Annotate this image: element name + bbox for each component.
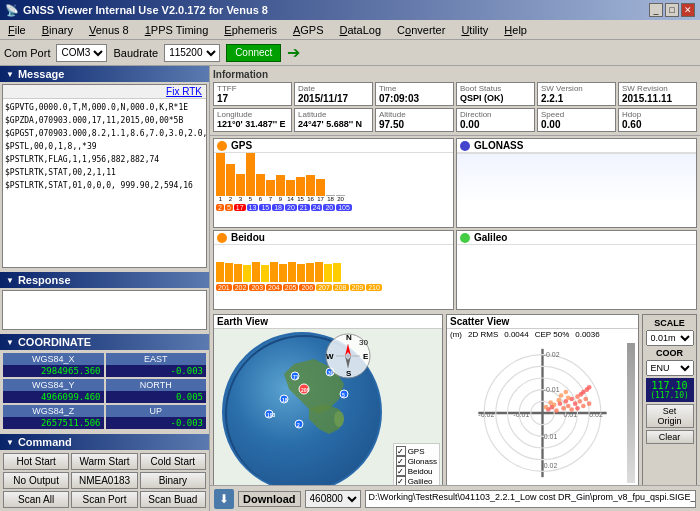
connect-button[interactable]: Connect bbox=[226, 44, 281, 62]
menu-binary[interactable]: Binary bbox=[38, 23, 77, 37]
info-grid-row2: Longitude 121°0' 31.487'' E Latitude 24°… bbox=[213, 108, 697, 132]
scatter-info: (m) 2D RMS 0.0044 CEP 50% 0.0036 bbox=[447, 329, 638, 340]
download-speed-select[interactable]: 460800 115200 bbox=[305, 490, 361, 508]
no-output-button[interactable]: No Output bbox=[3, 472, 69, 489]
svg-text:-0.02: -0.02 bbox=[544, 351, 560, 358]
legend-beidou: ✓ Beidou bbox=[396, 466, 437, 476]
coordinate-arrow-icon: ▼ bbox=[6, 338, 14, 347]
gps-bar-fill-3 bbox=[236, 174, 245, 196]
svg-point-61 bbox=[544, 405, 549, 410]
response-section: ▼ Response bbox=[0, 272, 209, 332]
menu-1pps[interactable]: 1PPS Timing bbox=[141, 23, 213, 37]
svg-text:0.01: 0.01 bbox=[544, 433, 558, 440]
gps-sat-21: 21 bbox=[298, 204, 310, 211]
scale-select[interactable]: 0.01m 0.1m 1m bbox=[646, 330, 694, 346]
left-panel: ▼ Message Fix RTK $GPVTG,0000.0,T,M,000.… bbox=[0, 66, 210, 511]
gps-bar-13: 20 bbox=[336, 195, 345, 202]
beidou-chart: Beidou bbox=[213, 230, 454, 310]
menu-converter[interactable]: Converter bbox=[393, 23, 449, 37]
msg-line-4: $PSTL,00,0,1,8,,*39 bbox=[5, 140, 204, 153]
menu-agps[interactable]: AGPS bbox=[289, 23, 328, 37]
gps-chart: GPS 1 2 3 5 6 7 9 14 15 16 17 18 20 bbox=[213, 138, 454, 228]
menu-ephemeris[interactable]: Ephemeris bbox=[220, 23, 281, 37]
beidou-bar-6 bbox=[261, 265, 269, 282]
beidou-bar-11 bbox=[306, 263, 314, 282]
app-title: GNSS Viewer Internal Use V2.0.172 for Ve… bbox=[23, 4, 268, 16]
scan-baud-button[interactable]: Scan Buad bbox=[140, 491, 206, 508]
beidou-sat-204: 204 bbox=[266, 284, 282, 291]
beidou-bar-9 bbox=[288, 262, 296, 282]
gps-bar-fill-2 bbox=[226, 164, 235, 196]
gps-sat-numbers: 2 5 17 13 15 18 20 21 24 20 105 bbox=[214, 203, 453, 212]
beidou-bar-fill-12 bbox=[315, 262, 323, 282]
beidou-sat-207: 207 bbox=[316, 284, 332, 291]
close-button[interactable]: ✕ bbox=[681, 3, 695, 17]
latitude-cell: Latitude 24°47' 5.688'' N bbox=[294, 108, 373, 132]
gps-bars: 1 2 3 5 6 7 9 14 15 16 17 18 20 bbox=[214, 153, 453, 203]
menu-help[interactable]: Help bbox=[500, 23, 531, 37]
menu-file[interactable]: File bbox=[4, 23, 30, 37]
hdop-label: Hdop bbox=[622, 110, 693, 119]
gps-bar-4: 5 bbox=[246, 153, 255, 202]
svg-point-43 bbox=[554, 408, 559, 413]
scan-all-button[interactable]: Scan All bbox=[3, 491, 69, 508]
baudrate-select[interactable]: 115200 9600 38400 bbox=[164, 44, 220, 62]
minimize-button[interactable]: _ bbox=[649, 3, 663, 17]
wgs84-z-item: WGS84_Z 2657511.506 bbox=[3, 405, 104, 429]
beidou-galileo-area: Beidou bbox=[210, 230, 700, 312]
svg-text:W: W bbox=[326, 352, 334, 361]
up-value: -0.003 bbox=[106, 417, 207, 429]
galileo-chart-header: Galileo bbox=[457, 231, 696, 245]
com-port-select[interactable]: COM3 COM1 COM2 bbox=[56, 44, 107, 62]
time-value: 07:09:03 bbox=[379, 93, 450, 104]
speed-value: 0.00 bbox=[541, 119, 612, 130]
set-origin-button[interactable]: Set Origin bbox=[646, 404, 694, 428]
cold-start-button[interactable]: Cold Start bbox=[140, 453, 206, 470]
latitude-value: 24°47' 5.688'' N bbox=[298, 119, 369, 129]
gps-bar-12: 18 bbox=[326, 195, 335, 202]
svg-text:206: 206 bbox=[301, 387, 310, 393]
legend-gps-label: GPS bbox=[408, 447, 425, 456]
msg-line-2: $GPZDA,070903.000,17,11,2015,00,00*5B bbox=[5, 114, 204, 127]
beidou-bar-fill-1 bbox=[216, 262, 224, 282]
svg-text:0.01: 0.01 bbox=[564, 411, 578, 418]
beidou-bar-fill-13 bbox=[324, 264, 332, 282]
scan-port-button[interactable]: Scan Port bbox=[71, 491, 137, 508]
north-value: 0.005 bbox=[106, 391, 207, 403]
hot-start-button[interactable]: Hot Start bbox=[3, 453, 69, 470]
legend-gps-check: ✓ bbox=[396, 446, 406, 456]
beidou-sat-209: 209 bbox=[350, 284, 366, 291]
download-path: D:\Working\TestResult\041103_2.2.1_Low c… bbox=[365, 490, 696, 508]
gps-sat-5: 5 bbox=[225, 204, 233, 211]
hdop-value: 0.60 bbox=[622, 119, 693, 130]
wgs84-y-value: 4966099.460 bbox=[3, 391, 104, 403]
warm-start-button[interactable]: Warm Start bbox=[71, 453, 137, 470]
menu-datalog[interactable]: DataLog bbox=[335, 23, 385, 37]
response-arrow-icon: ▼ bbox=[6, 276, 14, 285]
right-panel: Information TTFF 17 Date 2015/11/17 Time… bbox=[210, 66, 700, 511]
sw-revision-value: 2015.11.11 bbox=[622, 93, 693, 104]
svg-point-1 bbox=[334, 411, 344, 427]
coor-select[interactable]: ENU XYZ bbox=[646, 360, 694, 376]
coordinate-section-header: ▼ COORDINATE bbox=[0, 334, 209, 350]
beidou-sat-206: 206 bbox=[299, 284, 315, 291]
coordinate-label: COORDINATE bbox=[18, 336, 91, 348]
gps-bar-fill-11 bbox=[316, 179, 325, 196]
beidou-sat-201: 201 bbox=[216, 284, 232, 291]
ttff-label: TTFF bbox=[217, 84, 288, 93]
nmea0183-button[interactable]: NMEA0183 bbox=[71, 472, 137, 489]
maximize-button[interactable]: □ bbox=[665, 3, 679, 17]
menu-utility[interactable]: Utility bbox=[457, 23, 492, 37]
com-port-label: Com Port bbox=[4, 47, 50, 59]
toolbar: Com Port COM3 COM1 COM2 Baudrate 115200 … bbox=[0, 40, 700, 66]
scatter-scale-bar bbox=[627, 343, 635, 483]
earth-view-title: Earth View bbox=[214, 315, 442, 329]
binary-button[interactable]: Binary bbox=[140, 472, 206, 489]
scatter-svg: -0.02 -0.01 0.01 0.02 -0.02 -0.01 0.01 0… bbox=[450, 343, 635, 483]
beidou-sat-203: 203 bbox=[249, 284, 265, 291]
clear-button[interactable]: Clear bbox=[646, 430, 694, 444]
app-icon: 📡 bbox=[5, 4, 19, 17]
menu-venus8[interactable]: Venus 8 bbox=[85, 23, 133, 37]
svg-text:-0.01: -0.01 bbox=[544, 386, 560, 393]
galileo-dot bbox=[460, 233, 470, 243]
